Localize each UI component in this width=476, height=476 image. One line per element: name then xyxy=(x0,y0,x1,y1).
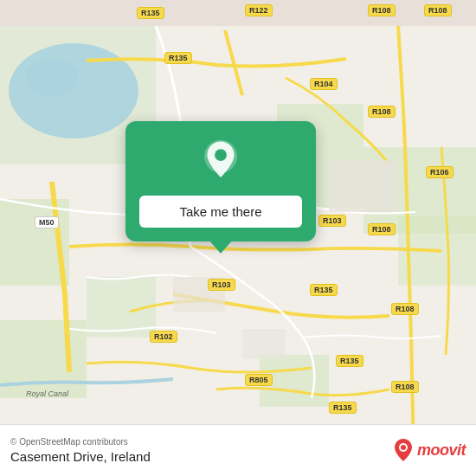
road-label-r102: R102 xyxy=(150,331,177,343)
road-label-r135-top: R135 xyxy=(137,7,164,19)
attribution: © OpenStreetMap contributors xyxy=(10,437,151,447)
road-label-r135-bot3: R135 xyxy=(329,402,357,414)
road-label-m50: M50 xyxy=(35,216,59,228)
moovit-text: moovit xyxy=(417,441,466,460)
road-label-r106: R106 xyxy=(426,166,453,178)
svg-rect-7 xyxy=(0,320,87,398)
road-label-r103-lower: R103 xyxy=(208,279,235,291)
popup-card: Take me there xyxy=(125,121,316,241)
road-label-r135-mid: R135 xyxy=(164,52,192,64)
info-bar: © OpenStreetMap contributors Casement Dr… xyxy=(0,424,476,476)
road-label-r108-lower: R108 xyxy=(368,223,396,235)
location-pin-icon xyxy=(198,138,243,183)
road-label-r135-lower: R135 xyxy=(310,284,338,296)
svg-rect-14 xyxy=(242,329,286,359)
road-label-r104: R104 xyxy=(310,78,338,90)
svg-rect-12 xyxy=(329,160,398,212)
road-label-r122: R122 xyxy=(245,4,273,16)
svg-point-18 xyxy=(401,445,406,450)
svg-point-3 xyxy=(26,59,78,97)
location-name: Casement Drive, Ireland xyxy=(10,449,151,464)
road-label-r108-bottom: R108 xyxy=(391,303,419,315)
road-label-r805: R805 xyxy=(245,374,273,386)
road-label-r103-right: R103 xyxy=(318,215,346,227)
svg-point-16 xyxy=(215,149,227,161)
road-label-r108-top2: R108 xyxy=(424,4,452,16)
road-label-r108-bot3: R108 xyxy=(391,381,419,393)
take-me-there-button[interactable]: Take me there xyxy=(139,196,302,228)
svg-text:Royal Canal: Royal Canal xyxy=(26,389,69,398)
moovit-pin-icon xyxy=(393,437,414,465)
info-left: © OpenStreetMap contributors Casement Dr… xyxy=(10,437,151,464)
map-container: Royal Canal R135 R122 R108 R108 R135 R10… xyxy=(0,0,476,476)
road-label-r108-top: R108 xyxy=(368,4,396,16)
road-label-r108-mid: R108 xyxy=(368,106,396,118)
road-label-r135-bot: R135 xyxy=(336,355,363,367)
moovit-logo: moovit xyxy=(393,437,466,465)
